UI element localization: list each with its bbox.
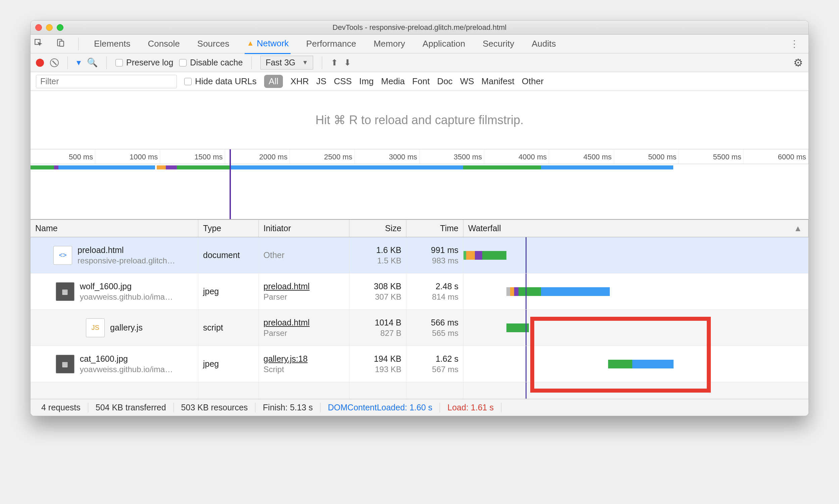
settings-icon[interactable]: ⚙ xyxy=(793,56,803,69)
throttling-select[interactable]: Fast 3G▼ xyxy=(261,56,313,70)
timeline-overview[interactable]: 500 ms 1000 ms 1500 ms 2000 ms 2500 ms 3… xyxy=(31,149,808,220)
cell-waterfall xyxy=(463,273,808,309)
waterfall-segment xyxy=(514,287,518,296)
filter-type-img[interactable]: Img xyxy=(359,76,374,87)
tab-audits[interactable]: Audits xyxy=(530,35,558,52)
filter-type-js[interactable]: JS xyxy=(316,76,326,87)
table-row[interactable]: <> preload.htmlresponsive-preload.glitch… xyxy=(31,237,808,273)
divider xyxy=(78,38,78,50)
cell-initiator: gallery.js:18Script xyxy=(259,346,350,382)
filter-type-media[interactable]: Media xyxy=(381,76,405,87)
tab-console[interactable]: Console xyxy=(146,35,182,52)
waterfall-segment xyxy=(632,360,674,368)
cell-type: jpeg xyxy=(198,273,259,309)
network-toolbar: ▾ 🔍 Preserve log Disable cache Fast 3G▼ … xyxy=(31,53,808,72)
tab-elements[interactable]: Elements xyxy=(92,35,132,52)
status-dcl: DOMContentLoaded: 1.60 s xyxy=(321,403,440,412)
overview-bar xyxy=(177,165,230,169)
overview-ticks: 500 ms 1000 ms 1500 ms 2000 ms 2500 ms 3… xyxy=(31,149,808,164)
overview-load-marker xyxy=(230,149,231,219)
tab-security[interactable]: Security xyxy=(481,35,516,52)
cell-initiator: preload.htmlParser xyxy=(259,273,350,309)
waterfall-segment xyxy=(482,251,506,260)
devtools-tabbar: Elements Console Sources ▲Network Perfor… xyxy=(31,35,808,53)
cell-time: 1.62 s567 ms xyxy=(406,346,463,382)
filter-type-manifest[interactable]: Manifest xyxy=(482,76,515,87)
filter-type-doc[interactable]: Doc xyxy=(437,76,452,87)
overview-bars xyxy=(31,165,808,171)
waterfall-segment xyxy=(510,287,514,296)
filter-toggle-icon[interactable]: ▾ xyxy=(76,57,81,68)
column-header-initiator[interactable]: Initiator xyxy=(259,220,350,237)
overview-bar xyxy=(541,165,673,169)
minimize-window-button[interactable] xyxy=(46,24,53,31)
filter-type-css[interactable]: CSS xyxy=(334,76,352,87)
status-resources: 503 KB resources xyxy=(174,403,256,412)
svg-rect-2 xyxy=(60,41,64,46)
table-row-empty xyxy=(31,382,808,399)
table-row[interactable]: ▦ wolf_1600.jpgyoavweiss.github.io/ima… … xyxy=(31,273,808,310)
filter-type-xhr[interactable]: XHR xyxy=(290,76,309,87)
tab-application[interactable]: Application xyxy=(421,35,467,52)
overview-bar xyxy=(166,165,177,169)
more-options-icon[interactable]: ⋮ xyxy=(784,38,805,49)
column-header-size[interactable]: Size xyxy=(350,220,406,237)
filter-type-all[interactable]: All xyxy=(264,75,283,88)
status-transferred: 504 KB transferred xyxy=(88,403,174,412)
close-window-button[interactable] xyxy=(35,24,42,31)
status-finish: Finish: 5.13 s xyxy=(255,403,321,412)
file-icon: JS xyxy=(86,319,105,337)
upload-har-icon[interactable]: ⬆ xyxy=(331,58,338,68)
table-row[interactable]: ▦ cat_1600.jpgyoavweiss.github.io/ima… j… xyxy=(31,346,808,382)
table-row[interactable]: JS gallery.js script preload.htmlParser … xyxy=(31,310,808,346)
download-har-icon[interactable]: ⬇ xyxy=(344,58,351,68)
column-header-type[interactable]: Type xyxy=(198,220,259,237)
cell-name: ▦ cat_1600.jpgyoavweiss.github.io/ima… xyxy=(31,346,198,382)
clear-button[interactable] xyxy=(50,58,59,67)
preserve-log-checkbox[interactable]: Preserve log xyxy=(115,58,173,68)
checkbox-icon xyxy=(115,59,123,67)
tab-network[interactable]: ▲Network xyxy=(245,35,291,54)
cell-size: 1014 B827 B xyxy=(350,310,406,346)
filter-type-other[interactable]: Other xyxy=(522,76,544,87)
filter-bar: Hide data URLs All XHR JS CSS Img Media … xyxy=(31,72,808,91)
disable-cache-checkbox[interactable]: Disable cache xyxy=(179,58,243,68)
file-icon: ▦ xyxy=(56,355,74,374)
sort-arrow-icon: ▲ xyxy=(794,223,802,233)
cell-time: 991 ms983 ms xyxy=(406,237,463,273)
inspect-element-icon[interactable] xyxy=(34,38,42,49)
divider xyxy=(251,56,252,69)
cell-waterfall xyxy=(463,237,808,273)
overview-bar xyxy=(463,165,541,169)
overview-bar xyxy=(58,165,155,169)
tab-memory[interactable]: Memory xyxy=(372,35,407,52)
record-button[interactable] xyxy=(36,59,44,67)
window-title: DevTools - responsive-preload.glitch.me/… xyxy=(333,23,506,32)
devtools-window: DevTools - responsive-preload.glitch.me/… xyxy=(30,20,809,416)
column-header-waterfall[interactable]: Waterfall▲ xyxy=(463,220,808,237)
cell-size: 308 KB307 KB xyxy=(350,273,406,309)
waterfall-segment xyxy=(506,287,510,296)
search-icon[interactable]: 🔍 xyxy=(87,57,98,68)
divider xyxy=(322,56,322,69)
tab-performance[interactable]: Performance xyxy=(304,35,358,52)
tab-sources[interactable]: Sources xyxy=(195,35,231,52)
load-marker xyxy=(525,382,526,399)
cell-initiator: Other xyxy=(259,237,350,273)
waterfall-segment xyxy=(608,360,632,368)
overview-bar xyxy=(230,165,463,169)
cell-size: 1.6 KB1.5 KB xyxy=(350,237,406,273)
column-header-time[interactable]: Time xyxy=(406,220,463,237)
file-icon: ▦ xyxy=(56,282,74,301)
window-controls xyxy=(35,24,64,31)
device-toggle-icon[interactable] xyxy=(56,38,65,49)
hide-data-urls-checkbox[interactable]: Hide data URLs xyxy=(184,76,257,87)
cell-type: document xyxy=(198,237,259,273)
filter-type-ws[interactable]: WS xyxy=(460,76,474,87)
waterfall-segment xyxy=(541,287,610,296)
filter-input[interactable] xyxy=(36,75,177,88)
filter-type-font[interactable]: Font xyxy=(412,76,430,87)
maximize-window-button[interactable] xyxy=(57,24,64,31)
column-header-name[interactable]: Name xyxy=(31,220,198,237)
load-marker xyxy=(525,273,526,309)
